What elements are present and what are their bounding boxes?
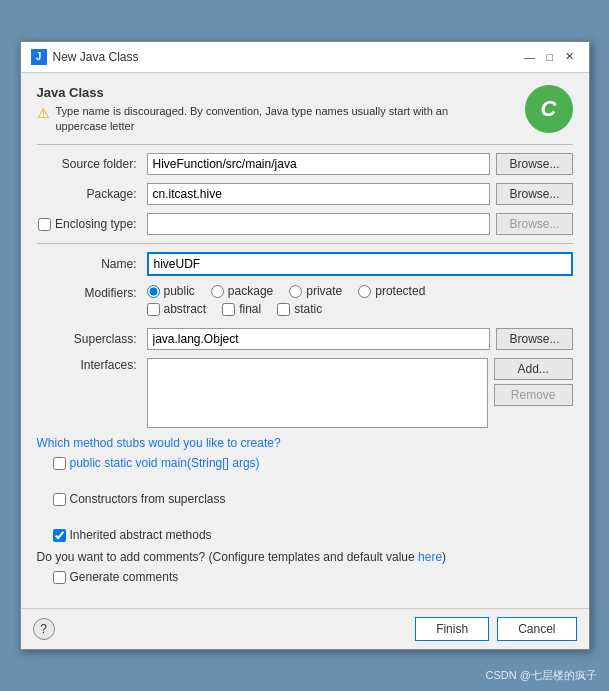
help-button[interactable]: ? bbox=[33, 618, 55, 640]
divider-2 bbox=[37, 243, 573, 244]
modifier-final-text: final bbox=[239, 302, 261, 316]
comments-question-prefix: Do you want to add comments? (Configure … bbox=[37, 550, 419, 564]
source-folder-input[interactable] bbox=[147, 153, 491, 175]
comments-here-link[interactable]: here bbox=[418, 550, 442, 564]
section-title: Java Class bbox=[37, 85, 457, 100]
enclosing-type-input[interactable] bbox=[147, 213, 491, 235]
package-browse-button[interactable]: Browse... bbox=[496, 183, 572, 205]
title-buttons: — □ ✕ bbox=[521, 48, 579, 66]
modifier-public-label[interactable]: public bbox=[147, 284, 195, 298]
superclass-input[interactable] bbox=[147, 328, 491, 350]
stub-inherited-label[interactable]: Inherited abstract methods bbox=[53, 528, 573, 542]
interfaces-remove-button[interactable]: Remove bbox=[494, 384, 573, 406]
modifier-private-label[interactable]: private bbox=[289, 284, 342, 298]
name-label: Name: bbox=[37, 257, 147, 271]
package-input[interactable] bbox=[147, 183, 491, 205]
stub-constructors-label[interactable]: Constructors from superclass bbox=[53, 492, 573, 506]
stubs-checkboxes: public static void main(String[] args) C… bbox=[37, 456, 573, 542]
modifier-static-text: static bbox=[294, 302, 322, 316]
package-label: Package: bbox=[37, 187, 147, 201]
modifier-final-label[interactable]: final bbox=[222, 302, 261, 316]
modifier-protected-radio[interactable] bbox=[358, 285, 371, 298]
logo-circle: C bbox=[525, 85, 573, 133]
modifier-abstract-text: abstract bbox=[164, 302, 207, 316]
modifier-public-radio[interactable] bbox=[147, 285, 160, 298]
modifier-private-text: private bbox=[306, 284, 342, 298]
modifier-final-checkbox[interactable] bbox=[222, 303, 235, 316]
stub-main-checkbox[interactable] bbox=[53, 457, 66, 470]
footer-left: ? bbox=[33, 618, 55, 640]
generate-comments-label[interactable]: Generate comments bbox=[53, 570, 573, 584]
stub-inherited-text: Inherited abstract methods bbox=[70, 528, 212, 542]
stubs-title-text: Which method stubs would you like to cre… bbox=[37, 436, 281, 450]
interfaces-row: Interfaces: Add... Remove bbox=[37, 358, 573, 428]
interfaces-add-button[interactable]: Add... bbox=[494, 358, 573, 380]
modifier-protected-text: protected bbox=[375, 284, 425, 298]
enclosing-type-label: Enclosing type: bbox=[55, 217, 136, 231]
minimize-button[interactable]: — bbox=[521, 48, 539, 66]
name-input[interactable] bbox=[147, 252, 573, 276]
package-row: Package: Browse... bbox=[37, 183, 573, 205]
footer-buttons: Finish Cancel bbox=[415, 617, 576, 641]
superclass-row: Superclass: Browse... bbox=[37, 328, 573, 350]
interfaces-label: Interfaces: bbox=[37, 358, 147, 372]
comments-checkboxes: Generate comments bbox=[37, 570, 573, 584]
modifier-static-checkbox[interactable] bbox=[277, 303, 290, 316]
enclosing-type-control bbox=[147, 213, 491, 235]
name-row: Name: bbox=[37, 252, 573, 276]
cancel-button[interactable]: Cancel bbox=[497, 617, 576, 641]
finish-button[interactable]: Finish bbox=[415, 617, 489, 641]
stub-main-text: public static void main(String[] args) bbox=[70, 456, 260, 470]
modifier-package-radio[interactable] bbox=[211, 285, 224, 298]
stub-inherited-checkbox[interactable] bbox=[53, 529, 66, 542]
source-folder-control bbox=[147, 153, 491, 175]
modifier-abstract-checkbox[interactable] bbox=[147, 303, 160, 316]
dialog-footer: ? Finish Cancel bbox=[21, 608, 589, 649]
modifiers-visibility-row: public package private protected bbox=[147, 284, 573, 298]
enclosing-type-browse-button[interactable]: Browse... bbox=[496, 213, 572, 235]
name-control bbox=[147, 252, 573, 276]
modifier-protected-label[interactable]: protected bbox=[358, 284, 425, 298]
new-java-class-dialog: J New Java Class — □ ✕ Java Class ⚠ Type… bbox=[20, 41, 590, 651]
header-section: Java Class ⚠ Type name is discouraged. B… bbox=[37, 85, 573, 135]
generate-comments-checkbox[interactable] bbox=[53, 571, 66, 584]
superclass-label: Superclass: bbox=[37, 332, 147, 346]
source-folder-row: Source folder: Browse... bbox=[37, 153, 573, 175]
dialog-icon: J bbox=[31, 49, 47, 65]
enclosing-type-row: Enclosing type: Browse... bbox=[37, 213, 573, 235]
comments-question: Do you want to add comments? (Configure … bbox=[37, 550, 573, 564]
superclass-browse-button[interactable]: Browse... bbox=[496, 328, 572, 350]
interfaces-listbox bbox=[147, 358, 488, 428]
modifier-package-label[interactable]: package bbox=[211, 284, 273, 298]
dialog-body: Java Class ⚠ Type name is discouraged. B… bbox=[21, 73, 589, 609]
enclosing-type-label-group: Enclosing type: bbox=[37, 217, 147, 231]
modifier-abstract-label[interactable]: abstract bbox=[147, 302, 207, 316]
enclosing-type-checkbox[interactable] bbox=[38, 218, 51, 231]
modifiers-section: Modifiers: public package private bbox=[37, 284, 573, 320]
modifier-private-radio[interactable] bbox=[289, 285, 302, 298]
superclass-control bbox=[147, 328, 491, 350]
divider-1 bbox=[37, 144, 573, 145]
maximize-button[interactable]: □ bbox=[541, 48, 559, 66]
comments-section: Do you want to add comments? (Configure … bbox=[37, 550, 573, 584]
stubs-section: Which method stubs would you like to cre… bbox=[37, 436, 573, 542]
modifier-static-label[interactable]: static bbox=[277, 302, 322, 316]
modifiers-label: Modifiers: bbox=[37, 284, 147, 300]
modifiers-other-row: abstract final static bbox=[147, 302, 573, 316]
generate-comments-text: Generate comments bbox=[70, 570, 179, 584]
package-control bbox=[147, 183, 491, 205]
stub-constructors-text: Constructors from superclass bbox=[70, 492, 226, 506]
warning-row: ⚠ Type name is discouraged. By conventio… bbox=[37, 104, 457, 135]
stub-constructors-checkbox[interactable] bbox=[53, 493, 66, 506]
interfaces-buttons: Add... Remove bbox=[494, 358, 573, 406]
stub-main-label[interactable]: public static void main(String[] args) bbox=[53, 456, 573, 470]
close-button[interactable]: ✕ bbox=[561, 48, 579, 66]
warning-icon: ⚠ bbox=[37, 105, 50, 121]
stubs-title: Which method stubs would you like to cre… bbox=[37, 436, 573, 450]
source-folder-label: Source folder: bbox=[37, 157, 147, 171]
source-folder-browse-button[interactable]: Browse... bbox=[496, 153, 572, 175]
modifiers-content: public package private protected bbox=[147, 284, 573, 320]
watermark: CSDN @七层楼的疯子 bbox=[486, 668, 597, 683]
comments-question-suffix: ) bbox=[442, 550, 446, 564]
stub-main-text-colored: public static void main(String[] args) bbox=[70, 456, 260, 470]
